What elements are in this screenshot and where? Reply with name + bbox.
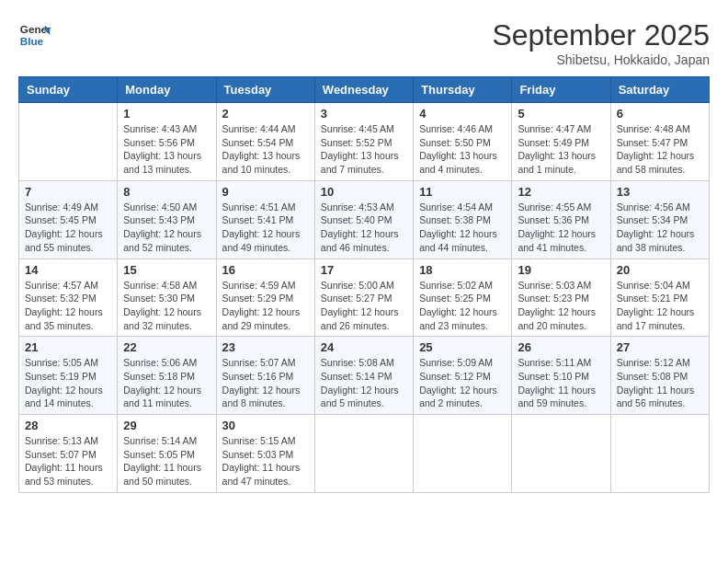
- calendar-cell: [512, 415, 610, 493]
- page-header: General Blue September 2025 Shibetsu, Ho…: [18, 18, 710, 67]
- logo-icon: General Blue: [18, 18, 51, 52]
- day-number: 19: [518, 263, 604, 277]
- title-block: September 2025 Shibetsu, Hokkaido, Japan: [492, 18, 710, 67]
- day-info: Sunrise: 4:46 AM Sunset: 5:50 PM Dayligh…: [419, 122, 506, 177]
- day-info: Sunrise: 4:43 AM Sunset: 5:56 PM Dayligh…: [123, 122, 210, 177]
- calendar-cell: 7Sunrise: 4:49 AM Sunset: 5:45 PM Daylig…: [19, 180, 118, 259]
- day-info: Sunrise: 4:56 AM Sunset: 5:34 PM Dayligh…: [617, 201, 703, 255]
- weekday-header-wednesday: Wednesday: [314, 77, 413, 103]
- calendar-cell: 6Sunrise: 4:48 AM Sunset: 5:47 PM Daylig…: [610, 103, 709, 181]
- day-info: Sunrise: 4:58 AM Sunset: 5:30 PM Dayligh…: [123, 279, 210, 333]
- day-number: 20: [617, 263, 703, 277]
- calendar-week-3: 14Sunrise: 4:57 AM Sunset: 5:32 PM Dayli…: [19, 259, 710, 337]
- calendar-cell: 2Sunrise: 4:44 AM Sunset: 5:54 PM Daylig…: [216, 103, 314, 181]
- calendar-cell: 3Sunrise: 4:45 AM Sunset: 5:52 PM Daylig…: [314, 103, 413, 181]
- day-number: 11: [419, 185, 506, 199]
- day-number: 13: [617, 185, 703, 199]
- logo: General Blue: [18, 18, 51, 52]
- calendar-week-4: 21Sunrise: 5:05 AM Sunset: 5:19 PM Dayli…: [19, 337, 710, 415]
- day-number: 24: [321, 340, 407, 354]
- weekday-header-thursday: Thursday: [414, 77, 512, 103]
- calendar-cell: 16Sunrise: 4:59 AM Sunset: 5:29 PM Dayli…: [216, 259, 314, 337]
- calendar-cell: 21Sunrise: 5:05 AM Sunset: 5:19 PM Dayli…: [19, 337, 118, 415]
- day-info: Sunrise: 5:05 AM Sunset: 5:19 PM Dayligh…: [25, 356, 111, 410]
- calendar-week-5: 28Sunrise: 5:13 AM Sunset: 5:07 PM Dayli…: [19, 415, 710, 493]
- day-number: 29: [123, 419, 210, 432]
- day-info: Sunrise: 5:00 AM Sunset: 5:27 PM Dayligh…: [321, 279, 407, 333]
- calendar-cell: 4Sunrise: 4:46 AM Sunset: 5:50 PM Daylig…: [414, 103, 512, 181]
- day-info: Sunrise: 4:45 AM Sunset: 5:52 PM Dayligh…: [321, 122, 407, 177]
- calendar-cell: [414, 415, 512, 493]
- weekday-header-monday: Monday: [118, 77, 216, 103]
- day-number: 10: [321, 185, 407, 199]
- day-number: 3: [321, 107, 407, 121]
- calendar-cell: 13Sunrise: 4:56 AM Sunset: 5:34 PM Dayli…: [610, 180, 709, 259]
- day-info: Sunrise: 5:11 AM Sunset: 5:10 PM Dayligh…: [518, 356, 604, 410]
- day-number: 6: [617, 107, 703, 121]
- day-info: Sunrise: 4:59 AM Sunset: 5:29 PM Dayligh…: [222, 279, 309, 333]
- calendar-cell: 22Sunrise: 5:06 AM Sunset: 5:18 PM Dayli…: [118, 337, 216, 415]
- day-number: 17: [321, 263, 407, 277]
- day-number: 25: [419, 340, 506, 354]
- calendar-cell: 19Sunrise: 5:03 AM Sunset: 5:23 PM Dayli…: [512, 259, 610, 337]
- calendar-cell: 24Sunrise: 5:08 AM Sunset: 5:14 PM Dayli…: [314, 337, 413, 415]
- calendar-cell: 23Sunrise: 5:07 AM Sunset: 5:16 PM Dayli…: [216, 337, 314, 415]
- weekday-header-row: SundayMondayTuesdayWednesdayThursdayFrid…: [19, 77, 710, 103]
- calendar-week-2: 7Sunrise: 4:49 AM Sunset: 5:45 PM Daylig…: [19, 180, 710, 259]
- day-info: Sunrise: 4:55 AM Sunset: 5:36 PM Dayligh…: [518, 201, 604, 255]
- calendar-cell: 8Sunrise: 4:50 AM Sunset: 5:43 PM Daylig…: [118, 180, 216, 259]
- day-number: 15: [123, 263, 210, 277]
- day-info: Sunrise: 4:49 AM Sunset: 5:45 PM Dayligh…: [25, 201, 111, 255]
- day-number: 22: [123, 340, 210, 354]
- calendar-cell: 18Sunrise: 5:02 AM Sunset: 5:25 PM Dayli…: [414, 259, 512, 337]
- day-info: Sunrise: 5:08 AM Sunset: 5:14 PM Dayligh…: [321, 356, 407, 410]
- calendar-cell: 25Sunrise: 5:09 AM Sunset: 5:12 PM Dayli…: [414, 337, 512, 415]
- day-number: 16: [222, 263, 309, 277]
- day-info: Sunrise: 5:02 AM Sunset: 5:25 PM Dayligh…: [419, 279, 506, 333]
- day-number: 14: [25, 263, 111, 277]
- weekday-header-saturday: Saturday: [610, 77, 709, 103]
- day-info: Sunrise: 4:54 AM Sunset: 5:38 PM Dayligh…: [419, 201, 506, 255]
- day-number: 1: [123, 107, 210, 121]
- calendar-cell: [314, 415, 413, 493]
- day-number: 7: [25, 185, 111, 199]
- day-info: Sunrise: 5:03 AM Sunset: 5:23 PM Dayligh…: [518, 279, 604, 333]
- svg-text:Blue: Blue: [20, 35, 44, 47]
- calendar-cell: 10Sunrise: 4:53 AM Sunset: 5:40 PM Dayli…: [314, 180, 413, 259]
- day-info: Sunrise: 4:44 AM Sunset: 5:54 PM Dayligh…: [222, 122, 309, 177]
- day-number: 27: [617, 340, 703, 354]
- calendar-cell: 5Sunrise: 4:47 AM Sunset: 5:49 PM Daylig…: [512, 103, 610, 181]
- day-number: 18: [419, 263, 506, 277]
- day-info: Sunrise: 4:47 AM Sunset: 5:49 PM Dayligh…: [518, 122, 604, 177]
- day-info: Sunrise: 4:51 AM Sunset: 5:41 PM Dayligh…: [222, 201, 309, 255]
- day-info: Sunrise: 5:15 AM Sunset: 5:03 PM Dayligh…: [222, 434, 309, 488]
- weekday-header-sunday: Sunday: [19, 77, 118, 103]
- calendar-cell: [610, 415, 709, 493]
- day-info: Sunrise: 4:48 AM Sunset: 5:47 PM Dayligh…: [617, 122, 703, 177]
- calendar-cell: 28Sunrise: 5:13 AM Sunset: 5:07 PM Dayli…: [19, 415, 118, 493]
- day-info: Sunrise: 5:04 AM Sunset: 5:21 PM Dayligh…: [617, 279, 703, 333]
- calendar-cell: 12Sunrise: 4:55 AM Sunset: 5:36 PM Dayli…: [512, 180, 610, 259]
- calendar-cell: [19, 103, 118, 181]
- calendar-cell: 9Sunrise: 4:51 AM Sunset: 5:41 PM Daylig…: [216, 180, 314, 259]
- day-number: 8: [123, 185, 210, 199]
- day-number: 26: [518, 340, 604, 354]
- day-info: Sunrise: 4:57 AM Sunset: 5:32 PM Dayligh…: [25, 279, 111, 333]
- day-info: Sunrise: 5:12 AM Sunset: 5:08 PM Dayligh…: [617, 356, 703, 410]
- calendar-cell: 29Sunrise: 5:14 AM Sunset: 5:05 PM Dayli…: [118, 415, 216, 493]
- day-info: Sunrise: 5:09 AM Sunset: 5:12 PM Dayligh…: [419, 356, 506, 410]
- day-info: Sunrise: 5:13 AM Sunset: 5:07 PM Dayligh…: [25, 434, 111, 488]
- calendar-cell: 17Sunrise: 5:00 AM Sunset: 5:27 PM Dayli…: [314, 259, 413, 337]
- day-number: 23: [222, 340, 309, 354]
- day-info: Sunrise: 5:14 AM Sunset: 5:05 PM Dayligh…: [123, 434, 210, 488]
- calendar-cell: 30Sunrise: 5:15 AM Sunset: 5:03 PM Dayli…: [216, 415, 314, 493]
- day-number: 2: [222, 107, 309, 121]
- day-info: Sunrise: 4:53 AM Sunset: 5:40 PM Dayligh…: [321, 201, 407, 255]
- calendar-cell: 20Sunrise: 5:04 AM Sunset: 5:21 PM Dayli…: [610, 259, 709, 337]
- month-title: September 2025: [492, 18, 710, 52]
- weekday-header-tuesday: Tuesday: [216, 77, 314, 103]
- day-number: 5: [518, 107, 604, 121]
- day-info: Sunrise: 5:07 AM Sunset: 5:16 PM Dayligh…: [222, 356, 309, 410]
- calendar-week-1: 1Sunrise: 4:43 AM Sunset: 5:56 PM Daylig…: [19, 103, 710, 181]
- day-number: 30: [222, 419, 309, 432]
